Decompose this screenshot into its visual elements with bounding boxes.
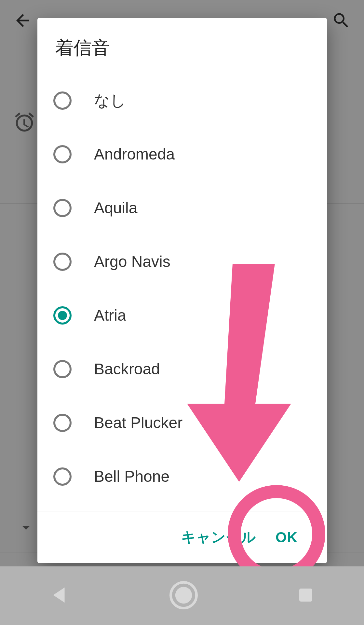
ringtone-option-bell-phone[interactable]: Bell Phone xyxy=(49,450,327,503)
ringtone-option-beat-plucker[interactable]: Beat Plucker xyxy=(49,396,327,450)
radio-icon xyxy=(49,253,76,271)
dialog-title: 着信音 xyxy=(37,18,327,74)
ringtone-option-argo-navis[interactable]: Argo Navis xyxy=(49,235,327,288)
ringtone-option-aquila[interactable]: Aquila xyxy=(49,181,327,235)
ringtone-label: Argo Navis xyxy=(76,253,170,271)
ringtone-option-bentley-dubs[interactable]: Bentley Dubs xyxy=(49,503,327,511)
ringtone-label: Atria xyxy=(76,306,126,324)
ringtone-label: Andromeda xyxy=(76,145,175,163)
radio-icon xyxy=(49,91,76,110)
ringtone-list[interactable]: なし Andromeda Aquila Argo Navis Atria Bac… xyxy=(37,74,327,511)
radio-icon-selected xyxy=(49,306,76,325)
ok-button[interactable]: OK xyxy=(276,529,298,546)
nav-back-icon[interactable] xyxy=(48,584,71,608)
nav-home-icon[interactable] xyxy=(168,580,199,612)
ringtone-label: Beat Plucker xyxy=(76,414,182,432)
radio-icon xyxy=(49,467,76,486)
ringtone-dialog: 着信音 なし Andromeda Aquila Argo Navis Atria… xyxy=(37,18,327,563)
svg-point-2 xyxy=(175,587,192,603)
ringtone-option-andromeda[interactable]: Andromeda xyxy=(49,127,327,181)
ringtone-label: なし xyxy=(76,90,126,111)
ringtone-label: Aquila xyxy=(76,199,137,217)
svg-rect-3 xyxy=(299,589,312,602)
ringtone-option-none[interactable]: なし xyxy=(49,74,327,127)
nav-recent-icon[interactable] xyxy=(296,585,316,606)
ringtone-label: Bell Phone xyxy=(76,467,169,485)
radio-icon xyxy=(49,145,76,163)
dialog-actions: キャンセル OK xyxy=(37,511,327,563)
radio-icon xyxy=(49,360,76,378)
radio-icon xyxy=(49,199,76,217)
ringtone-option-backroad[interactable]: Backroad xyxy=(49,342,327,396)
ringtone-label: Backroad xyxy=(76,360,160,378)
ringtone-option-atria[interactable]: Atria xyxy=(49,288,327,342)
cancel-button[interactable]: キャンセル xyxy=(181,528,256,547)
radio-icon xyxy=(49,414,76,432)
system-navigation-bar xyxy=(0,566,364,625)
